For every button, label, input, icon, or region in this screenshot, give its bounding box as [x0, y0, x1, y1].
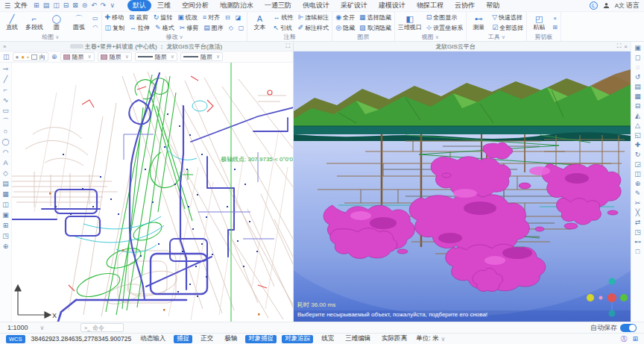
color-combo-1[interactable]: 随层∨ — [60, 52, 95, 61]
view-group-label[interactable]: 视图∨ — [398, 33, 464, 41]
measure-3d-icon[interactable]: ⊷ — [634, 238, 641, 246]
layer-combo[interactable]: ● ● ▪ 向 — [13, 52, 49, 61]
open-folder-icon[interactable]: ▤ — [43, 2, 50, 9]
status-toggle[interactable]: 三维编辑 — [342, 335, 373, 343]
array-tool-icon[interactable]: ⊞ — [3, 222, 9, 229]
cube-button[interactable]: ◇ — [229, 25, 233, 31]
new-file-icon[interactable]: ⊞ — [34, 2, 40, 9]
align-tool-icon[interactable]: ▤ — [2, 180, 9, 187]
user-avatar[interactable]: L — [590, 1, 598, 10]
rotate-3d-icon[interactable]: ↻ — [635, 151, 641, 158]
hamburger-icon[interactable]: ☰ — [4, 2, 10, 10]
split-3d-icon[interactable]: ╳ — [636, 209, 640, 216]
paste-button[interactable]: ◰粘贴 — [530, 14, 548, 31]
modify-group-label[interactable]: 修改∨ — [105, 33, 244, 41]
save-all-icon[interactable]: ⊟ — [63, 2, 69, 9]
copy-button[interactable]: ◫复制 — [105, 24, 125, 32]
marquee-select-icon[interactable]: ◻ — [635, 54, 640, 61]
scale-select[interactable]: 1:1000∨ — [7, 324, 73, 331]
block-tool-icon[interactable]: ◫ — [2, 201, 9, 208]
region-button[interactable]: ▢ — [239, 25, 244, 31]
quick-select-button[interactable]: ▽快速选择 — [492, 13, 523, 22]
maximize-icon[interactable]: ⛶ — [617, 43, 622, 50]
text-button[interactable]: A文本 — [250, 14, 268, 31]
select-3d-icon[interactable]: ▣ — [634, 44, 641, 51]
tools-group-label[interactable]: 工具∨ — [470, 33, 523, 41]
file-menu[interactable]: 文件 — [14, 1, 28, 10]
polyline-tool-icon[interactable]: ⌐ — [4, 86, 7, 93]
table-tool-icon[interactable]: ▦ — [2, 190, 9, 198]
terrain-icon[interactable]: △ — [635, 122, 640, 129]
history-dropdown-icon[interactable]: ∨ — [110, 2, 115, 9]
arc-tool-icon[interactable]: ⌒ — [2, 117, 9, 125]
undo-icon[interactable]: ↶ — [91, 2, 97, 9]
autosave-toggle[interactable] — [620, 324, 637, 332]
lasso-select-icon[interactable]: ◌ — [636, 63, 640, 71]
fit-view-button[interactable]: ⊡全图显示 — [426, 13, 464, 22]
layers-panel-icon[interactable]: ◫ — [3, 53, 10, 60]
ellipse-tool-button[interactable]: ◠ — [92, 24, 98, 31]
box-3d-icon[interactable]: □ — [636, 248, 640, 255]
status-toggle[interactable]: 线宽 — [318, 335, 337, 343]
command-input[interactable]: >_命令 — [80, 323, 124, 332]
delete-button[interactable]: ⊟ — [225, 14, 230, 21]
draw-group-label[interactable]: 绘图∨ — [3, 33, 98, 41]
status-toggle[interactable]: 极轴 — [221, 335, 240, 343]
assistant-icon[interactable]: Ⓐ — [620, 334, 627, 344]
save-icon[interactable]: ◫ — [53, 2, 60, 9]
ribbon-tab[interactable]: 帮助 — [481, 0, 505, 11]
export-icon[interactable]: ⊠ — [72, 2, 78, 9]
dimension-tool-icon[interactable]: ⊸ — [3, 65, 9, 72]
align-button[interactable]: ≡对齐 — [203, 13, 220, 22]
line-button[interactable]: ╱直线 — [3, 14, 21, 31]
ribbon-tab[interactable]: 供电设计 — [297, 0, 335, 11]
viewport-3d-button[interactable]: ◧三维视口 — [398, 14, 422, 31]
leader-button[interactable]: ↖引线 — [273, 24, 293, 32]
cut-3d-icon[interactable]: ✂ — [635, 199, 641, 207]
flip-3d-icon[interactable]: ⇄ — [635, 219, 641, 226]
status-toggle[interactable]: 动态输入 — [137, 335, 168, 343]
cad-canvas[interactable]: X — [12, 63, 293, 322]
status-toggle[interactable]: 正交 — [198, 335, 216, 343]
layers-3d-icon[interactable]: ▤ — [634, 83, 641, 90]
continue-dim-button[interactable]: ⊩连续标注 — [297, 13, 329, 22]
arc3pt-tool-icon[interactable]: ◠ — [3, 148, 9, 156]
delete-3d-icon[interactable]: ⊟ — [635, 102, 641, 110]
move-button[interactable]: ✚移动 — [105, 13, 124, 22]
mirror-3d-icon[interactable]: ◭ — [635, 112, 640, 119]
layer-unhide-button[interactable]: ▨取消隐藏 — [359, 24, 391, 32]
clip-tool-icon[interactable]: ◳ — [2, 232, 9, 240]
crop-button[interactable]: ⊠裁剪 — [129, 13, 148, 22]
circle-button[interactable]: ◯圆 — [48, 14, 66, 31]
status-toggle[interactable]: 对象捕捉 — [245, 335, 277, 343]
linear-dim-button[interactable]: ↔线性 — [273, 13, 293, 22]
ribbon-tab[interactable]: 空间分析 — [177, 0, 214, 11]
orbit-icon[interactable]: ↺ — [635, 73, 641, 81]
layer-all-on-button[interactable]: ◉全开 — [335, 13, 355, 22]
rectangle-tool-icon[interactable]: ▭ — [2, 107, 9, 114]
ribbon-tab[interactable]: 物探工程 — [411, 0, 449, 11]
stretch-button[interactable]: ↔拉伸 — [130, 24, 150, 32]
layer-select-hide-button[interactable]: ▦选择隐藏 — [359, 13, 391, 22]
ribbon-tab[interactable]: 建模设计 — [373, 0, 411, 11]
rotate-button[interactable]: ↻旋转 — [154, 13, 173, 22]
format-brush-button[interactable]: ✎格式 — [155, 24, 174, 32]
globe-icon[interactable]: ⊕ — [51, 53, 57, 60]
print-icon[interactable]: ⊜ — [82, 2, 88, 9]
cut-button[interactable]: × — [553, 15, 557, 22]
model-tree-icon[interactable]: ▦ — [634, 93, 641, 100]
ribbon-tab[interactable]: 一通三防 — [259, 0, 297, 11]
circle-tool-icon[interactable]: ○ — [4, 128, 7, 135]
close-icon[interactable]: × — [624, 43, 628, 50]
measure-button[interactable]: ⊷测量 — [470, 14, 487, 31]
status-toggle[interactable]: 对象追踪 — [282, 335, 313, 343]
polygon-tool-icon[interactable]: ◇ — [3, 169, 8, 177]
move-3d-icon[interactable]: ✚ — [635, 141, 641, 148]
draw-order-button[interactable]: ▤图序 — [203, 24, 224, 32]
clipboard-panel-icon[interactable]: ⊞ — [632, 335, 638, 343]
line-tool-icon[interactable]: ╱ — [4, 75, 7, 83]
polyline-button[interactable]: ⌐多段线 — [25, 14, 43, 31]
ribbon-tab[interactable]: 地测防治水 — [215, 0, 259, 11]
trim-button[interactable]: ✂修剪 — [180, 24, 199, 32]
scene-3d-canvas[interactable] — [294, 51, 631, 322]
